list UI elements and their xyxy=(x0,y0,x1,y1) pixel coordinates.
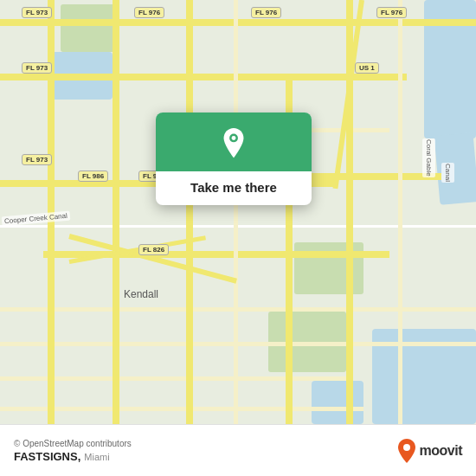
svg-point-2 xyxy=(403,444,410,451)
place-city: Miami xyxy=(84,452,109,462)
road-h4b xyxy=(303,173,441,180)
label-coral-gable: Coral Gable xyxy=(422,138,435,177)
green-area-mid xyxy=(294,242,363,294)
badge-fl976-3: FL 976 xyxy=(376,7,407,18)
moovit-text: moovit xyxy=(420,443,462,459)
label-kendall: Kendall xyxy=(121,287,161,301)
bottom-info: © OpenStreetMap contributors FASTSIGNS, … xyxy=(14,439,132,463)
road-h5 xyxy=(0,225,476,228)
popup-header xyxy=(156,113,312,171)
road-h6 xyxy=(0,307,476,312)
badge-fl973-2: FL 973 xyxy=(22,62,52,74)
road-v6 xyxy=(398,0,402,424)
road-h7 xyxy=(0,342,476,346)
bottom-bar: © OpenStreetMap contributors FASTSIGNS, … xyxy=(0,424,476,476)
badge-fl976-2: FL 976 xyxy=(251,7,281,18)
popup-button[interactable]: Take me there xyxy=(177,171,291,205)
moovit-logo: moovit xyxy=(397,439,462,463)
badge-us1: US 1 xyxy=(355,62,379,74)
attribution-text: © OpenStreetMap contributors xyxy=(14,439,132,448)
road-v2 xyxy=(113,0,119,424)
moovit-pin-icon xyxy=(397,439,416,463)
popup-card: Take me there xyxy=(156,113,312,205)
water-canal-right2 xyxy=(434,132,476,205)
road-h1 xyxy=(0,19,476,26)
badge-fl973-3: FL 973 xyxy=(22,154,52,165)
map-container: FL 973 FL 976 FL 976 FL 976 FL 973 US 1 … xyxy=(0,0,476,424)
place-name: FASTSIGNS, xyxy=(14,450,80,463)
svg-point-1 xyxy=(232,136,236,140)
road-v4 xyxy=(234,0,238,424)
badge-fl973-1: FL 973 xyxy=(22,7,52,18)
attribution: © OpenStreetMap contributors xyxy=(14,439,132,448)
location-pin-icon xyxy=(218,128,249,159)
road-h9 xyxy=(0,407,363,411)
label-canal: Canal xyxy=(441,163,454,183)
badge-fl976-1: FL 976 xyxy=(134,7,164,18)
green-park xyxy=(61,4,117,52)
road-v3 xyxy=(186,0,193,424)
badge-fl986-1: FL 986 xyxy=(78,170,108,182)
water-small xyxy=(312,381,363,424)
badge-fl826: FL 826 xyxy=(138,244,169,255)
